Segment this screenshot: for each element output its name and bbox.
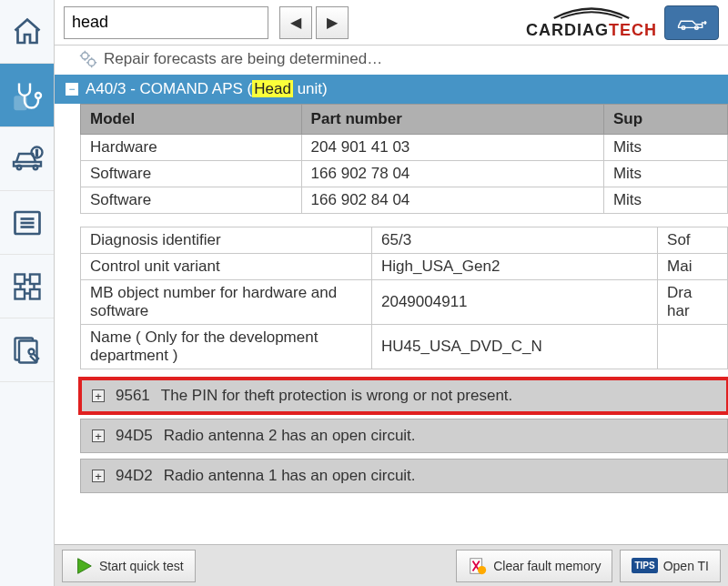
svg-rect-11 (30, 274, 40, 284)
sidebar-item-home[interactable] (0, 0, 54, 64)
table-header: Model (81, 105, 302, 135)
clear-fault-button[interactable]: Clear fault memory (456, 550, 612, 582)
brand-text-2: TECH (609, 21, 657, 39)
table-header: Sup (603, 105, 727, 135)
svg-point-19 (82, 53, 88, 59)
search-prev-button[interactable]: ◀ (279, 6, 312, 39)
expand-icon: + (92, 389, 105, 402)
table-row[interactable]: Diagnosis identifier65/3Sof (81, 227, 728, 254)
parts-table: ModelPart numberSup Hardware204 901 41 0… (80, 104, 728, 214)
svg-point-23 (478, 566, 486, 574)
play-icon (74, 556, 94, 576)
car-alert-icon: ! (11, 143, 44, 176)
search-highlight: Head (252, 80, 293, 97)
brand-logo: CARDIAGTECH (526, 5, 657, 40)
sidebar-item-vehicle-alert[interactable]: ! (0, 127, 54, 191)
main-area: ◀ ▶ CARDIAGTECH Repair for (55, 0, 728, 586)
table-row[interactable]: Software166 902 78 04Mits (81, 161, 728, 187)
table-row[interactable]: Name ( Only for the development departme… (81, 325, 728, 369)
sidebar-item-list[interactable] (0, 191, 54, 255)
table-row[interactable]: Software166 902 84 04Mits (81, 187, 728, 214)
svg-point-3 (33, 165, 37, 169)
svg-point-0 (35, 93, 41, 98)
brand-swoosh-icon (541, 5, 642, 21)
sidebar: ! (0, 0, 55, 586)
bottom-toolbar: Start quick test Clear fault memory TIPS… (55, 544, 728, 586)
table-row[interactable]: Control unit variantHigh_USA_Gen2Mai (81, 254, 728, 280)
home-icon (11, 15, 44, 48)
svg-rect-13 (30, 289, 40, 299)
clear-memory-icon (468, 556, 488, 576)
search-next-button[interactable]: ▶ (316, 6, 349, 39)
open-tips-button[interactable]: TIPS Open TI (620, 550, 721, 582)
vehicle-select-button[interactable] (664, 5, 719, 40)
topbar: ◀ ▶ CARDIAGTECH (55, 0, 728, 45)
brand-text-1: CARDIAG (526, 21, 609, 39)
search-box (64, 6, 268, 39)
fault-row[interactable]: +94D5Radio antenna 2 has an open circuit… (80, 419, 728, 453)
vehicle-arrow-icon (675, 12, 708, 34)
document-wrench-icon (11, 334, 44, 367)
svg-text:!: ! (35, 147, 38, 157)
fault-text: Radio antenna 2 has an open circuit. (164, 427, 416, 445)
fault-code: 94D5 (116, 427, 153, 445)
status-text: Repair forecasts are being determined… (104, 50, 382, 68)
fault-row[interactable]: +94D2Radio antenna 1 has an open circuit… (80, 459, 728, 493)
fault-code: 9561 (116, 387, 150, 405)
svg-rect-1 (15, 96, 25, 109)
content-area: ModelPart numberSup Hardware204 901 41 0… (55, 104, 728, 586)
svg-marker-21 (78, 558, 92, 573)
sidebar-item-modules[interactable] (0, 255, 54, 318)
module-header[interactable]: − A40/3 - COMAND APS (Head unit) (55, 75, 728, 104)
table-row[interactable]: MB object number for hardware and softwa… (81, 280, 728, 325)
collapse-icon: − (66, 83, 78, 96)
grid-plug-icon (11, 270, 44, 303)
quick-test-button[interactable]: Start quick test (62, 550, 196, 582)
svg-rect-10 (15, 274, 25, 284)
sidebar-item-diagnosis[interactable] (0, 64, 54, 127)
details-table: Diagnosis identifier65/3SofControl unit … (80, 227, 728, 369)
svg-point-20 (88, 59, 95, 66)
fault-code: 94D2 (116, 467, 153, 485)
fault-text: Radio antenna 1 has an open circuit. (164, 467, 416, 485)
fault-list: +9561The PIN for theft protection is wro… (80, 379, 728, 493)
tips-badge-icon: TIPS (632, 558, 657, 573)
triangle-left-icon: ◀ (290, 14, 301, 31)
status-row: Repair forecasts are being determined… (55, 45, 728, 75)
table-row[interactable]: Hardware204 901 41 03Mits (81, 135, 728, 161)
gears-icon (78, 49, 98, 69)
module-title: A40/3 - COMAND APS (Head unit) (86, 80, 328, 98)
triangle-right-icon: ▶ (327, 14, 338, 31)
fault-row[interactable]: +9561The PIN for theft protection is wro… (80, 379, 728, 413)
svg-point-2 (16, 165, 21, 169)
sidebar-item-reports[interactable] (0, 318, 54, 382)
fault-text: The PIN for theft protection is wrong or… (161, 387, 512, 405)
table-header: Part number (301, 105, 603, 135)
stethoscope-icon (11, 79, 44, 112)
expand-icon: + (92, 470, 105, 482)
expand-icon: + (92, 429, 105, 442)
list-icon (11, 207, 44, 239)
search-input[interactable] (64, 6, 268, 39)
svg-rect-12 (15, 289, 25, 299)
